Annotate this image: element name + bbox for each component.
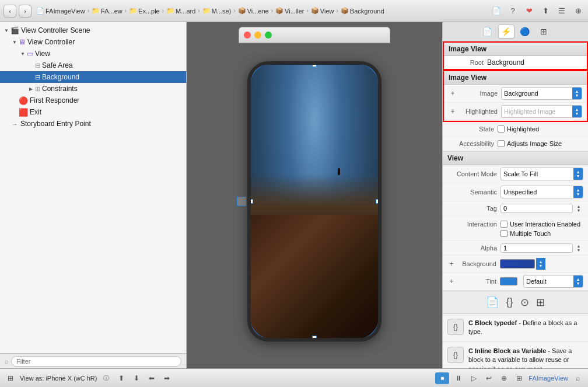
breadcrumb-faew[interactable]: 📁 FA...ew (89, 6, 125, 16)
handle-mr[interactable] (376, 199, 380, 204)
background-color-arrows[interactable]: ▲ ▼ (536, 258, 545, 270)
breadcrumb-vscene[interactable]: 📦 Vi...ene (236, 6, 271, 16)
background-plus-btn[interactable]: + (447, 260, 456, 268)
tint-color-swatch[interactable] (500, 277, 517, 285)
content-mode-arrows[interactable]: ▲ ▼ (573, 168, 583, 180)
handle-tr[interactable] (376, 62, 380, 67)
bottom-screen-icon[interactable]: ⊞ (5, 372, 16, 384)
content-mode-select[interactable]: Scale To Fill ▲ ▼ (501, 168, 583, 180)
add-icon[interactable]: ⊕ (572, 5, 584, 18)
minimize-traffic-light[interactable] (254, 32, 261, 39)
semantic-arrows[interactable]: ▲ ▼ (573, 186, 583, 198)
tree-item-view[interactable]: ▼ ▭ View (0, 48, 186, 60)
bottom-left-icon[interactable]: ⬅ (146, 372, 158, 384)
highlighted-select[interactable]: Highlighted Image ▲ ▼ (501, 105, 582, 118)
tab-identity[interactable]: 🔵 (517, 25, 533, 39)
constraints-icon: ⊞ (35, 85, 40, 93)
bottom-grid-icon[interactable]: ⊞ (513, 372, 525, 384)
tag-input-container: ▲ ▼ (501, 204, 583, 213)
breadcrumb-background[interactable]: 📦 Background (338, 6, 387, 16)
handle-tc[interactable] (312, 62, 317, 67)
tint-select-arrows[interactable]: ▲ ▼ (573, 276, 583, 287)
scene-icon: 🎬 (10, 26, 19, 34)
snippet-tab-circle[interactable]: ⊙ (520, 296, 529, 309)
alpha-input[interactable] (501, 243, 573, 253)
bottom-add-icon[interactable]: ⊕ (498, 372, 510, 384)
tab-attributes[interactable]: ⚡ (498, 25, 514, 39)
phone-container (247, 73, 382, 341)
bottom-up-icon[interactable]: ⬆ (116, 372, 127, 384)
handle-bl[interactable] (249, 336, 253, 340)
bottom-info-icon[interactable]: ⓘ (100, 372, 112, 384)
back-button[interactable]: ‹ (4, 5, 16, 18)
close-traffic-light[interactable] (244, 32, 251, 39)
handle-tl[interactable] (249, 62, 253, 67)
snippet-tab-doc[interactable]: 📄 (486, 296, 499, 309)
user-interaction-checkbox[interactable] (501, 221, 508, 228)
new-file-icon[interactable]: 📄 (490, 5, 503, 18)
breadcrumb-view[interactable]: 📦 View (309, 6, 337, 16)
tint-container: Default ▲ ▼ (500, 275, 583, 288)
breadcrumb-m2[interactable]: 📁 M...se) (200, 6, 234, 16)
adjusts-checkbox[interactable] (498, 140, 505, 147)
phone-mockup[interactable] (247, 61, 382, 341)
highlighted-select-arrows[interactable]: ▲ ▼ (572, 106, 582, 117)
bottom-filter-icon[interactable]: ⌕ (572, 372, 583, 384)
tag-stepper[interactable]: ▲ ▼ (574, 204, 583, 212)
bottom-pause-icon[interactable]: ⏸ (453, 372, 464, 384)
tree-item-safearea[interactable]: ⊟ Safe Area (0, 60, 186, 71)
nav-filter-input[interactable] (11, 356, 181, 367)
center-handle[interactable] (237, 197, 246, 206)
image-select-arrows[interactable]: ▲ ▼ (572, 88, 582, 99)
snippet-tab-braces[interactable]: {} (506, 296, 513, 309)
breadcrumb-example[interactable]: 📁 Ex...ple (127, 6, 162, 16)
breadcrumb-faimage[interactable]: 📄 FAImageView (34, 6, 88, 16)
tab-file[interactable]: 📄 (480, 25, 496, 39)
tree-item-responder[interactable]: 🔴 First Responder (0, 95, 186, 106)
image-select[interactable]: Background ▲ ▼ (501, 87, 582, 100)
snippet-icon-1: {} (447, 319, 464, 335)
breadcrumb-vcontroller[interactable]: 📦 Vi...ller (273, 6, 306, 16)
vc-label: View Controller (27, 38, 75, 46)
handle-br[interactable] (376, 336, 380, 340)
tree-item-entry[interactable]: → Storyboard Entry Point (0, 118, 186, 130)
tag-row: Tag ▲ ▼ (443, 201, 588, 216)
tree-item-scene[interactable]: ▼ 🎬 View Controller Scene (0, 25, 186, 36)
help-icon[interactable]: ? (506, 5, 519, 18)
bottom-right-icon[interactable]: ➡ (161, 372, 173, 384)
semantic-select[interactable]: Unspecified ▲ ▼ (501, 186, 583, 198)
breadcrumb-m1[interactable]: 📁 M...ard (164, 6, 198, 16)
bottom-back-icon[interactable]: ↩ (483, 372, 495, 384)
upload-icon[interactable]: ⬆ (539, 5, 552, 18)
canvas-area: Step 1 (187, 22, 442, 368)
maximize-traffic-light[interactable] (265, 32, 272, 39)
tree-item-exit[interactable]: 🟥 Exit (0, 106, 186, 118)
bottom-down-icon[interactable]: ⬇ (131, 372, 142, 384)
handle-ml[interactable] (249, 199, 253, 204)
tag-input[interactable] (501, 204, 573, 213)
tree-item-background[interactable]: ⊟ Background (0, 71, 186, 83)
tree-item-viewcontroller[interactable]: ▼ 🖥 View Controller (0, 36, 186, 48)
interaction-row: Interaction User Interaction Enabled Mul… (443, 216, 588, 241)
bottom-blue-btn[interactable]: ■ (435, 372, 449, 384)
menu-icon[interactable]: ☰ (555, 5, 568, 18)
user-interaction-row: User Interaction Enabled (501, 219, 580, 229)
handle-bc[interactable] (312, 336, 317, 340)
heart-icon[interactable]: ❤ (523, 5, 536, 18)
snippet-icon-bar: 📄 {} ⊙ ⊞ (443, 291, 588, 314)
alpha-stepper[interactable]: ▲ ▼ (574, 244, 583, 252)
tint-plus-btn[interactable]: + (447, 277, 456, 285)
tree-item-constraints[interactable]: ▶ ⊞ Constraints (0, 83, 186, 95)
tab-size[interactable]: ⊞ (536, 25, 552, 39)
bottom-play-icon[interactable]: ▷ (468, 372, 480, 384)
image-plus-btn[interactable]: + (449, 89, 457, 97)
multitouch-checkbox[interactable] (501, 230, 508, 237)
forward-button[interactable]: › (19, 5, 32, 18)
highlighted-plus-btn[interactable]: + (449, 107, 457, 116)
tint-select[interactable]: Default ▲ ▼ (523, 275, 583, 288)
interaction-checkboxes: User Interaction Enabled Multiple Touch (501, 219, 580, 238)
background-color-swatch[interactable] (500, 259, 535, 269)
snippet-tab-square[interactable]: ⊞ (536, 296, 545, 309)
highlighted-checkbox[interactable] (498, 125, 505, 133)
exit-label: Exit (30, 108, 41, 116)
